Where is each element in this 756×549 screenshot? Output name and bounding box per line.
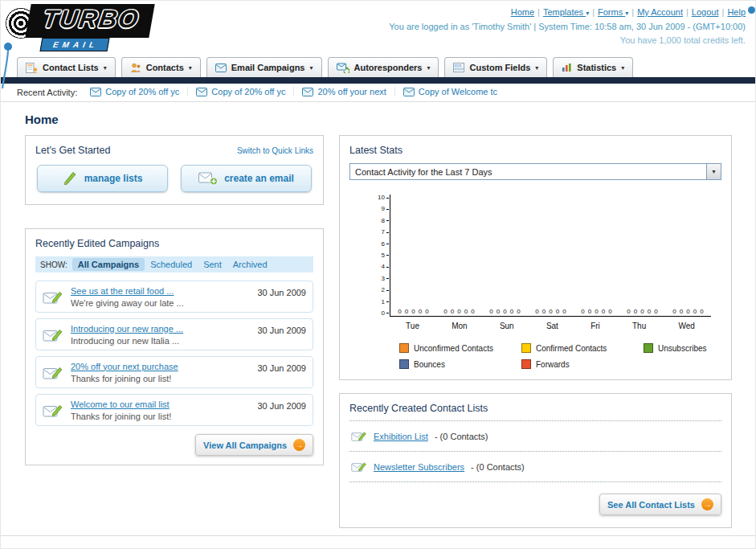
- value-label: 0: [411, 308, 415, 315]
- legend-item-unsubscribes: Unsubscribes: [644, 343, 756, 353]
- stats-title: Latest Stats: [349, 145, 721, 156]
- value-label: 0: [425, 308, 428, 315]
- statistics-icon: [562, 63, 572, 72]
- value-label: 0: [654, 308, 657, 315]
- nav-tab-autoresponders[interactable]: Autoresponders▾: [328, 57, 439, 77]
- header-right: Home|Templates ▾|Forms ▾|My Account|Logo…: [389, 6, 746, 47]
- legend-swatch: [399, 343, 409, 353]
- value-label: 0: [489, 308, 492, 315]
- contact-list-items: Exhibition List- (0 Contacts)Newsletter …: [349, 421, 721, 482]
- dropdown-arrow-icon: ▼: [706, 164, 721, 179]
- header-link-home[interactable]: Home: [511, 7, 534, 17]
- bar-group-sat: 00000: [535, 308, 566, 315]
- custom-fields-icon: [453, 63, 464, 72]
- campaign-title-link[interactable]: See us at the retail food ...: [71, 286, 174, 296]
- campaign-row[interactable]: Welcome to our email listThanks for join…: [35, 394, 313, 426]
- switch-quick-links-link[interactable]: Switch to Quick Links: [237, 146, 313, 155]
- campaign-title-link[interactable]: 20% off your next purchase: [71, 362, 178, 371]
- legend-label: Forwards: [536, 360, 570, 369]
- campaign-subtitle: Thanks for joining our list!: [71, 412, 250, 421]
- chart-value-labels: 00000000000000000000000000000000000: [390, 308, 711, 315]
- nav-tab-email-campaigns[interactable]: Email Campaigns▾: [206, 57, 322, 77]
- campaign-filter-archived[interactable]: Archived: [227, 258, 273, 271]
- campaign-info: See us at the retail food ...We're givin…: [71, 286, 250, 308]
- contact-list-link[interactable]: Newsletter Subscribers: [374, 462, 464, 472]
- header-link-help[interactable]: Help: [727, 7, 746, 17]
- campaign-date: 30 Jun 2009: [257, 401, 306, 411]
- value-label: 0: [471, 308, 474, 315]
- nav-tab-custom-fields[interactable]: Custom Fields▾: [444, 57, 547, 77]
- x-axis-label: Sun: [500, 322, 514, 330]
- campaign-filter-sent[interactable]: Sent: [198, 258, 227, 271]
- see-all-contact-lists-label: See All Contact Lists: [607, 500, 695, 510]
- stats-filter-select[interactable]: Contact Activity for the Last 7 Days ▼: [349, 163, 721, 180]
- header-link-forms[interactable]: Forms ▾: [598, 7, 628, 17]
- caret-down-icon: ▾: [535, 64, 538, 72]
- chart-y-axis: 109876543210: [372, 195, 390, 317]
- see-all-contact-lists-button[interactable]: See All Contact Lists →: [599, 494, 721, 515]
- y-axis-label: 4: [382, 264, 389, 270]
- caret-down-icon: ▾: [621, 64, 624, 72]
- value-label: 0: [680, 308, 683, 315]
- y-axis-label: 1: [382, 299, 389, 305]
- view-all-campaigns-label: View All Campaigns: [203, 440, 287, 450]
- create-email-button[interactable]: create an email: [181, 165, 312, 192]
- bar-group-wed: 00000: [672, 308, 703, 315]
- value-label: 0: [398, 308, 401, 315]
- manage-lists-button[interactable]: manage lists: [37, 165, 168, 192]
- recent-activity-link[interactable]: Copy of 20% off yc: [211, 87, 285, 96]
- list-edit-icon: [351, 460, 367, 473]
- campaign-subtitle: We're giving away our late ...: [71, 298, 250, 308]
- campaign-date: 30 Jun 2009: [257, 363, 306, 373]
- nav-tab-contacts[interactable]: Contacts▾: [121, 57, 201, 77]
- app-logo: TURBO EMAIL: [6, 4, 152, 39]
- header-link-my-account[interactable]: My Account: [637, 7, 683, 17]
- campaign-filter-all-campaigns[interactable]: All Campaigns: [72, 258, 145, 271]
- recent-activity-item: Copy of Welcome tc: [395, 87, 505, 96]
- value-label: 0: [419, 308, 422, 315]
- value-label: 0: [672, 308, 676, 315]
- campaign-filter-scheduled[interactable]: Scheduled: [145, 258, 198, 271]
- header-link-logout[interactable]: Logout: [692, 7, 719, 17]
- get-started-title: Let's Get Started: [35, 145, 110, 156]
- recent-activity-item: Copy of 20% off yc: [82, 87, 188, 96]
- value-label: 0: [595, 308, 598, 315]
- chart-legend: Unconfirmed ContactsConfirmed ContactsUn…: [399, 343, 756, 369]
- recent-activity-link[interactable]: 20% off your next: [317, 87, 386, 96]
- value-label: 0: [700, 308, 703, 315]
- contact-list-item[interactable]: Newsletter Subscribers- (0 Contacts): [349, 452, 721, 482]
- contact-list-item[interactable]: Exhibition List- (0 Contacts): [349, 421, 721, 452]
- get-started-panel: Let's Get Started Switch to Quick Links …: [25, 135, 324, 205]
- value-label: 0: [517, 308, 520, 315]
- value-label: 0: [464, 308, 468, 315]
- value-label: 0: [562, 308, 566, 315]
- bar-group-tue: 00000: [398, 308, 428, 315]
- value-label: 0: [693, 308, 697, 315]
- campaign-title-link[interactable]: Welcome to our email list: [71, 399, 170, 409]
- main-nav: Contact Lists▾Contacts▾Email Campaigns▾A…: [1, 52, 755, 77]
- contact-list-link[interactable]: Exhibition List: [374, 432, 428, 441]
- campaign-row[interactable]: Introducing our new range ...Introducing…: [35, 318, 313, 350]
- header-link-templates[interactable]: Templates ▾: [543, 7, 589, 17]
- campaign-date: 30 Jun 2009: [257, 326, 306, 335]
- campaign-info: Welcome to our email listThanks for join…: [71, 399, 250, 421]
- legend-swatch: [399, 359, 409, 369]
- nav-tab-contact-lists[interactable]: Contact Lists▾: [17, 57, 116, 77]
- recent-activity-item: Copy of 20% off yc: [188, 87, 294, 96]
- envelope-icon: [302, 88, 313, 96]
- recent-activity-link[interactable]: Copy of Welcome tc: [419, 87, 497, 96]
- contact-lists-icon: [26, 63, 38, 73]
- nav-tab-statistics[interactable]: Statistics▾: [553, 57, 633, 77]
- campaign-row[interactable]: 20% off your next purchaseThanks for joi…: [35, 356, 313, 388]
- campaign-title-link[interactable]: Introducing our new range ...: [71, 324, 183, 334]
- view-all-campaigns-button[interactable]: View All Campaigns →: [195, 434, 313, 456]
- campaign-row[interactable]: See us at the retail food ...We're givin…: [35, 281, 313, 313]
- y-axis-label: 9: [382, 206, 389, 212]
- recent-activity-link[interactable]: Copy of 20% off yc: [105, 87, 179, 96]
- email-edit-icon: [43, 402, 63, 419]
- footer-divider: [1, 535, 755, 536]
- value-label: 0: [581, 308, 584, 315]
- contact-list-count: - (0 Contacts): [471, 462, 525, 472]
- value-label: 0: [405, 308, 408, 315]
- campaign-filter-bar: SHOW: All CampaignsScheduledSentArchived: [35, 256, 313, 272]
